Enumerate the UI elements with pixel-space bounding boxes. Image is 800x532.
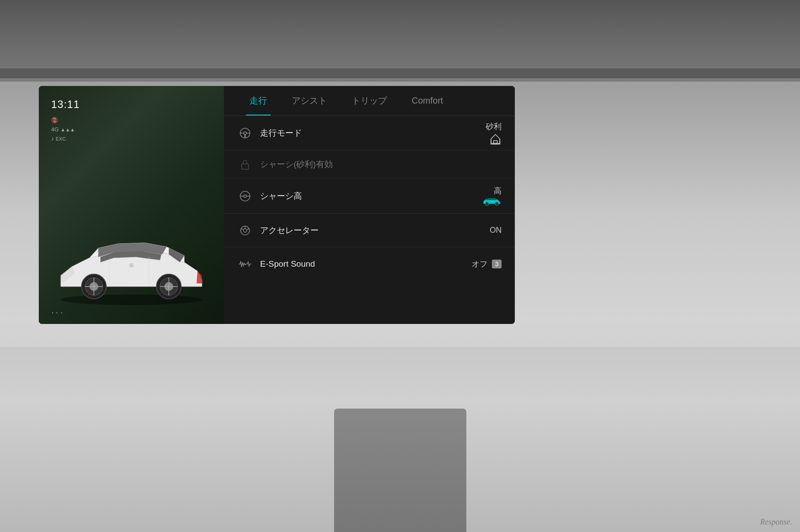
chassis-height-right: 高 (482, 186, 502, 207)
4g-icon: 4G (51, 126, 59, 133)
svg-point-30 (244, 195, 246, 197)
svg-rect-28 (242, 164, 249, 169)
drive-mode-value: 砂利 (486, 121, 502, 132)
arrows-updown-icon (237, 190, 253, 202)
status-icons: 📵 4G ▲▲▲ ♪ EXC (51, 117, 75, 142)
chassis-height-value: 高 (494, 186, 502, 196)
phone-icon: 📵 (51, 117, 58, 123)
watermark: Response. (760, 517, 792, 527)
menu-row-esport-sound[interactable]: E-Sport Sound オフ 3 (224, 247, 515, 281)
svg-point-19 (244, 132, 246, 134)
tab-trip[interactable]: トリップ (339, 86, 399, 115)
phone-status: 📵 (51, 117, 75, 123)
power-icon (237, 225, 253, 236)
accelerator-label: アクセレーター (260, 225, 490, 236)
svg-point-0 (61, 294, 202, 305)
music-status: ♪ EXC (51, 135, 75, 142)
4g-status: 4G ▲▲▲ (51, 126, 75, 133)
drive-mode-label: 走行モード (260, 127, 486, 139)
time-display: 13:11 (51, 98, 80, 111)
esport-sound-badge: 3 (492, 260, 502, 268)
menu-row-chassis-height[interactable]: シャーシ高 高 (224, 179, 515, 214)
svg-line-23 (245, 134, 246, 138)
music-icon: ♪ (51, 135, 54, 142)
car-image-area (43, 174, 220, 306)
svg-point-17 (129, 263, 134, 268)
menu-row-accelerator[interactable]: アクセレーター ON (224, 214, 515, 247)
svg-point-36 (243, 229, 247, 232)
svg-rect-24 (494, 141, 497, 144)
chassis-height-label: シャーシ高 (260, 190, 482, 202)
steering-icon (237, 127, 253, 139)
leather-stitching (0, 68, 800, 79)
car-illustration (48, 218, 215, 306)
menu-row-drive-mode[interactable]: 走行モード 砂利 (224, 116, 515, 150)
chassis-gravel-label: シャーシ(砂利)有効 (260, 159, 502, 170)
svg-point-34 (495, 202, 499, 205)
esport-sound-right: オフ 3 (472, 259, 502, 269)
accelerator-value: ON (490, 226, 502, 235)
home-icon (489, 133, 502, 145)
left-panel: 13:11 📵 4G ▲▲▲ ♪ EXC (39, 86, 224, 324)
car-side-icon (482, 197, 502, 207)
lock-icon (237, 159, 253, 170)
right-panel: 走行 アシスト トリップ Comfort (224, 86, 515, 324)
waveform-icon (237, 259, 253, 269)
esport-sound-label: E-Sport Sound (260, 259, 472, 269)
svg-point-33 (485, 202, 489, 205)
more-options-dots[interactable]: ... (51, 305, 64, 316)
dashboard-top-strip (0, 0, 800, 82)
menu-list: 走行モード 砂利 (224, 116, 515, 324)
tab-bar: 走行 アシスト トリップ Comfort (224, 86, 515, 116)
music-text: EXC (56, 136, 66, 141)
tab-drive[interactable]: 走行 (237, 86, 279, 115)
tab-assist[interactable]: アシスト (279, 86, 339, 115)
screen-content: 13:11 📵 4G ▲▲▲ ♪ EXC (39, 86, 515, 324)
center-console (334, 409, 466, 532)
tab-comfort[interactable]: Comfort (399, 86, 455, 115)
esport-sound-value: オフ 3 (472, 259, 502, 269)
infotainment-screen: 13:11 📵 4G ▲▲▲ ♪ EXC (39, 86, 515, 324)
menu-row-chassis-gravel: シャーシ(砂利)有効 (224, 150, 515, 179)
signal-icon: ▲▲▲ (60, 127, 75, 132)
drive-mode-right: 砂利 (486, 121, 502, 145)
accelerator-right: ON (490, 226, 502, 235)
